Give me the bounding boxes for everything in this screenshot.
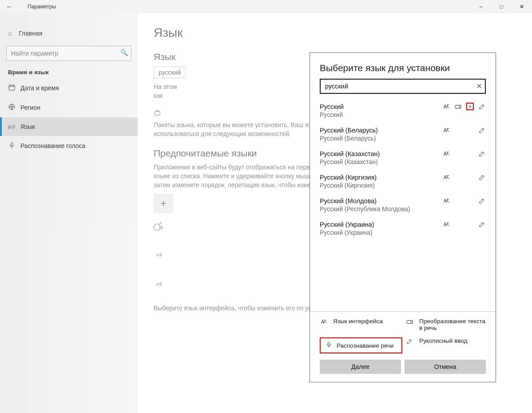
handwriting-icon [478, 150, 486, 157]
home-icon: ⌂ [8, 29, 19, 37]
svg-rect-6 [328, 342, 330, 345]
display-language-icon [442, 150, 450, 157]
sidebar-home-label: Главная [19, 30, 42, 37]
display-language-icon [442, 221, 450, 228]
text-to-speech-icon [454, 103, 462, 110]
speech-recognition-icon [466, 103, 474, 110]
para-text: как [154, 92, 163, 99]
display-language-icon [442, 173, 450, 181]
language-name: Русский (Молдова) [320, 197, 442, 204]
language-icon: A字 [8, 123, 20, 131]
handwriting-icon [478, 173, 486, 181]
sidebar: ⌂ Главная 🔍 Время и язык Дата и время Ре… [0, 13, 138, 413]
language-native: Русский (Киргизия) [320, 182, 486, 189]
legend-speech: Распознавание речи [337, 342, 394, 349]
clock-icon [8, 84, 20, 92]
display-lang-select[interactable]: русский [154, 67, 186, 78]
sidebar-home[interactable]: ⌂ Главная [0, 26, 138, 40]
language-native: Русский (Украина) [320, 229, 486, 236]
text-to-speech-icon [406, 318, 414, 327]
close-button[interactable]: ✕ [512, 0, 532, 13]
add-language-button[interactable]: + [154, 194, 173, 213]
svg-rect-0 [9, 85, 15, 90]
cancel-button[interactable]: Отмена [405, 360, 486, 374]
language-native: Русский (Казахстан) [320, 158, 486, 165]
legend-speech-highlight: Распознавание речи [320, 337, 402, 353]
language-result[interactable]: Русский (Казахстан) Русский (Казахстан) [310, 146, 496, 170]
language-results: Русский Русский Русский (Беларусь) [310, 99, 496, 311]
sidebar-item-speech[interactable]: Распознавание голоса [0, 136, 138, 156]
minimize-button[interactable]: – [471, 0, 491, 13]
sidebar-item-label: Распознавание голоса [20, 142, 85, 149]
legend-display: Язык интерфейса [333, 318, 402, 325]
svg-rect-5 [407, 321, 411, 324]
sidebar-item-date-time[interactable]: Дата и время [0, 78, 138, 98]
legend-hand: Рукописный ввод [419, 337, 486, 344]
language-pack-icon [154, 279, 165, 291]
display-language-icon [442, 103, 450, 110]
dialog-title: Выберите язык для установки [310, 53, 496, 79]
feature-legend: Язык интерфейса Преобразование текста в … [310, 311, 496, 360]
handwriting-icon [478, 221, 486, 228]
install-language-dialog: Выберите язык для установки ✕ Русский [310, 52, 496, 382]
language-result[interactable]: Русский Русский [310, 99, 496, 123]
svg-rect-4 [469, 105, 471, 107]
handwriting-icon [406, 337, 414, 346]
next-button[interactable]: Далее [320, 360, 401, 374]
globe-icon [8, 103, 20, 112]
speech-recognition-icon [325, 341, 333, 350]
window-title: Параметры [19, 4, 56, 10]
sidebar-item-label: Дата и время [20, 84, 59, 92]
svg-rect-3 [455, 105, 459, 108]
language-result[interactable]: Русский (Киргизия) Русский (Киргизия) [310, 170, 496, 193]
language-pack-icon [154, 221, 165, 232]
microphone-icon [8, 141, 20, 150]
language-result[interactable]: Русский (Беларусь) Русский (Беларусь) [310, 123, 496, 146]
handwriting-icon [478, 126, 486, 134]
sidebar-search-input[interactable] [6, 46, 131, 61]
language-name: Русский (Казахстан) [320, 150, 442, 157]
sidebar-item-label: Язык [20, 123, 35, 130]
maximize-button[interactable]: □ [491, 0, 512, 13]
display-language-icon [442, 197, 450, 204]
sidebar-item-language[interactable]: A字 Язык [0, 117, 138, 136]
handwriting-icon [478, 103, 486, 110]
language-name: Русский (Беларусь) [320, 127, 442, 134]
page-title: Язык [154, 26, 516, 40]
language-name: Русский [320, 103, 442, 110]
legend-tts: Преобразование текста в речь [419, 318, 486, 331]
handwriting-icon [478, 197, 486, 204]
store-icon [154, 109, 161, 116]
language-native: Русский (Республика Молдова) [320, 205, 486, 213]
display-language-icon [320, 318, 328, 327]
sidebar-item-region[interactable]: Регион [0, 98, 138, 117]
svg-rect-2 [11, 142, 12, 146]
language-name: Русский (Киргизия) [320, 174, 442, 181]
display-language-icon [442, 126, 450, 134]
main-content: Язык Язык русский На этомкак Пакеты язык… [138, 13, 532, 413]
titlebar: ← Параметры – □ ✕ [0, 0, 532, 13]
language-result[interactable]: Русский (Молдова) Русский (Республика Мо… [310, 193, 496, 217]
language-pack-icon [154, 250, 165, 261]
search-icon: 🔍 [120, 49, 128, 56]
language-native: Русский [320, 111, 486, 118]
para-text: На этом [154, 83, 177, 90]
back-button[interactable]: ← [0, 3, 19, 11]
language-search-input[interactable] [320, 79, 486, 94]
sidebar-section-header: Время и язык [0, 61, 138, 78]
language-result[interactable]: Русский (Украина) Русский (Украина) [310, 217, 496, 241]
language-name: Русский (Украина) [320, 221, 442, 228]
sidebar-item-label: Регион [20, 104, 40, 111]
clear-search-icon[interactable]: ✕ [476, 82, 482, 90]
language-native: Русский (Беларусь) [320, 135, 486, 142]
